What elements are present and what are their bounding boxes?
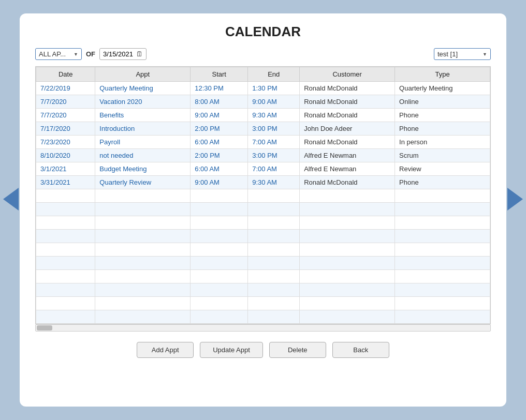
- table-cell: 7/23/2020: [36, 136, 95, 149]
- table-cell-empty: [300, 283, 395, 297]
- table-cell-empty: [191, 283, 248, 297]
- table-cell-empty: [395, 189, 490, 203]
- table-cell-empty: [191, 297, 248, 310]
- table-cell-empty: [248, 230, 300, 243]
- user-dropdown[interactable]: test [1] ▼: [434, 48, 491, 60]
- table-cell-empty: [248, 270, 300, 283]
- table-cell-empty: [95, 203, 191, 216]
- table-cell: 3:00 PM: [248, 122, 300, 136]
- table-cell-empty: [395, 230, 490, 243]
- of-label: OF: [86, 50, 95, 58]
- table-row[interactable]: 7/23/2020Payroll6:00 AM7:00 AMRonald McD…: [36, 136, 490, 149]
- table-cell: Alfred E Newman: [300, 162, 395, 176]
- table-cell-empty: [300, 257, 395, 270]
- table-cell-empty: [191, 216, 248, 230]
- table-cell: Ronald McDonald: [300, 176, 395, 189]
- col-end: End: [248, 67, 300, 82]
- table-cell-empty: [248, 257, 300, 270]
- table-cell-empty: [248, 283, 300, 297]
- table-cell: Ronald McDonald: [300, 95, 395, 109]
- table-cell: 9:30 AM: [248, 109, 300, 122]
- table-cell: 9:30 AM: [248, 176, 300, 189]
- table-cell-empty: [95, 230, 191, 243]
- table-row-empty: [36, 243, 490, 257]
- table-cell-empty: [36, 230, 95, 243]
- table-cell-empty: [395, 270, 490, 283]
- table-cell: Payroll: [95, 136, 191, 149]
- next-button[interactable]: [507, 188, 523, 211]
- table-row[interactable]: 7/7/2020Vacation 20208:00 AM9:00 AMRonal…: [36, 95, 490, 109]
- table-cell-empty: [36, 270, 95, 283]
- table-cell: 3/31/2021: [36, 176, 95, 189]
- prev-button[interactable]: [3, 188, 19, 211]
- toolbar-left: ALL AP... ▼ OF 3/15/2021 🗓: [35, 48, 147, 60]
- table-cell: Benefits: [95, 109, 191, 122]
- left-arrow-wrap: [3, 188, 19, 211]
- delete-button[interactable]: Delete: [269, 342, 326, 358]
- filter-dropdown[interactable]: ALL AP... ▼: [35, 48, 82, 60]
- table-row[interactable]: 7/7/2020Benefits9:00 AM9:30 AMRonald McD…: [36, 109, 490, 122]
- table-cell-empty: [95, 297, 191, 310]
- table-row-empty: [36, 216, 490, 230]
- table-cell: Quarterly Review: [95, 176, 191, 189]
- table-cell-empty: [191, 310, 248, 324]
- table-cell-empty: [36, 297, 95, 310]
- table-cell-empty: [191, 189, 248, 203]
- col-appt: Appt: [95, 67, 191, 82]
- table-row[interactable]: 3/1/2021Budget Meeting6:00 AM7:00 AMAlfr…: [36, 162, 490, 176]
- table-cell: Vacation 2020: [95, 95, 191, 109]
- table-cell: Online: [395, 95, 490, 109]
- table-cell-empty: [95, 243, 191, 257]
- toolbar: ALL AP... ▼ OF 3/15/2021 🗓 test [1] ▼: [30, 48, 496, 60]
- table-cell: Phone: [395, 122, 490, 136]
- table-cell: 7:00 AM: [248, 136, 300, 149]
- col-customer: Customer: [300, 67, 395, 82]
- table-cell-empty: [300, 297, 395, 310]
- date-input: 3/15/2021 🗓: [99, 48, 147, 60]
- table-cell: 8/10/2020: [36, 149, 95, 162]
- table-row-empty: [36, 270, 490, 283]
- table-cell-empty: [300, 230, 395, 243]
- table-cell: 7:00 AM: [248, 162, 300, 176]
- date-value: 3/15/2021: [103, 50, 133, 58]
- col-start: Start: [191, 67, 248, 82]
- calendar-icon[interactable]: 🗓: [136, 50, 143, 58]
- add-appt-button[interactable]: Add Appt: [137, 342, 194, 358]
- table-cell: 6:00 AM: [191, 162, 248, 176]
- table-cell-empty: [300, 243, 395, 257]
- filter-dropdown-arrow: ▼: [74, 52, 78, 57]
- table-row[interactable]: 7/17/2020Introduction2:00 PM3:00 PMJohn …: [36, 122, 490, 136]
- user-dropdown-arrow: ▼: [483, 52, 487, 57]
- table-cell: In person: [395, 136, 490, 149]
- table-row-empty: [36, 283, 490, 297]
- table-cell: Review: [395, 162, 490, 176]
- table-cell-empty: [395, 257, 490, 270]
- col-date: Date: [36, 67, 95, 82]
- table-cell-empty: [95, 216, 191, 230]
- table-row-empty: [36, 257, 490, 270]
- table-cell: 7/22/2019: [36, 82, 95, 95]
- page-title: CALENDAR: [30, 24, 496, 40]
- update-appt-button[interactable]: Update Appt: [200, 342, 263, 358]
- horizontal-scrollbar[interactable]: [35, 324, 491, 332]
- table-cell: Phone: [395, 176, 490, 189]
- table-cell: Scrum: [395, 149, 490, 162]
- scrollbar-thumb: [37, 325, 52, 331]
- back-button[interactable]: Back: [332, 342, 389, 358]
- footer-buttons: Add Appt Update Appt Delete Back: [30, 338, 496, 362]
- table-cell-empty: [95, 270, 191, 283]
- table-cell: Budget Meeting: [95, 162, 191, 176]
- table-cell: Phone: [395, 109, 490, 122]
- table-row[interactable]: 8/10/2020not needed2:00 PM3:00 PMAlfred …: [36, 149, 490, 162]
- table-cell: 7/7/2020: [36, 109, 95, 122]
- table-cell-empty: [248, 216, 300, 230]
- main-content: Date Appt Start End Customer Type 7/22/2…: [30, 66, 496, 332]
- table-cell: 7/17/2020: [36, 122, 95, 136]
- table-cell: 9:00 AM: [191, 109, 248, 122]
- table-cell: Ronald McDonald: [300, 82, 395, 95]
- table-cell-empty: [395, 310, 490, 324]
- table-header-row: Date Appt Start End Customer Type: [36, 67, 490, 82]
- table-row[interactable]: 3/31/2021Quarterly Review9:00 AM9:30 AMR…: [36, 176, 490, 189]
- table-cell: not needed: [95, 149, 191, 162]
- table-row[interactable]: 7/22/2019Quarterly Meeting12:30 PM1:30 P…: [36, 82, 490, 95]
